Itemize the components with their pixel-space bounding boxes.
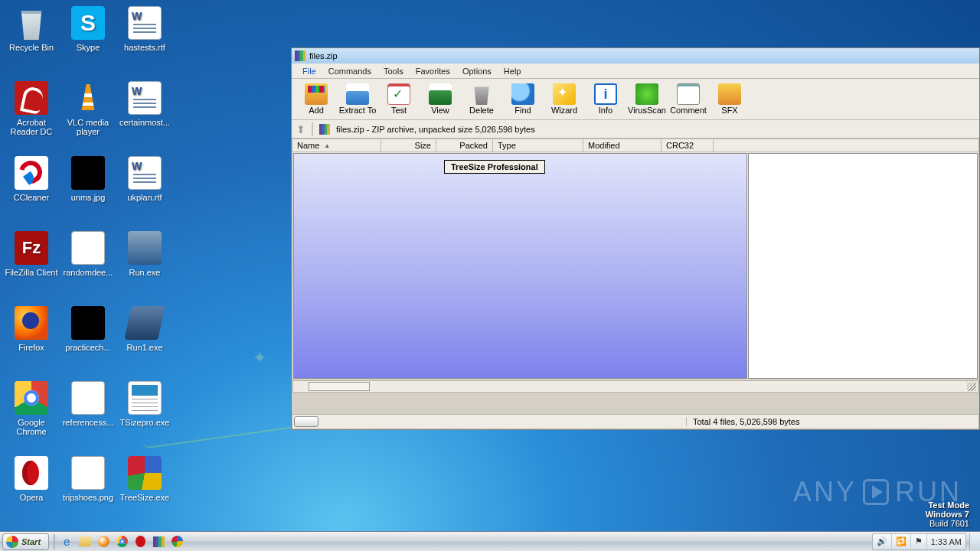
toolbar-wizard-button[interactable]: Wizard xyxy=(544,80,584,119)
col-name[interactable]: Name▲ xyxy=(292,139,381,152)
preview-pane xyxy=(748,153,978,379)
winrar-icon xyxy=(153,536,165,547)
tray-flag[interactable]: ⚑ xyxy=(911,534,927,549)
white-icon xyxy=(71,231,105,265)
menu-options[interactable]: Options xyxy=(456,65,498,77)
tray-volume[interactable]: 🔊 xyxy=(873,534,892,549)
desktop-icon-randomdee[interactable]: randomdee... xyxy=(60,228,116,303)
desktop-icon-recycle-bin[interactable]: Recycle Bin xyxy=(3,3,60,78)
filezilla-icon: Fz xyxy=(15,231,48,265)
toolbar-test-button[interactable]: Test xyxy=(379,80,419,119)
menu-favorites[interactable]: Favorites xyxy=(410,65,456,77)
comment-icon xyxy=(677,83,700,105)
taskbar-explorer[interactable] xyxy=(77,534,93,549)
toolbar-view-button[interactable]: View xyxy=(420,80,460,119)
vlc-icon xyxy=(71,81,105,115)
icon-label: Run.exe xyxy=(129,268,161,277)
taskbar: Start e 🔊 🔁 ⚑ 1:33 AM xyxy=(0,531,980,551)
desktop-icon-run1-exe[interactable]: Run1.exe xyxy=(116,303,173,378)
toolbar-label: Delete xyxy=(469,106,494,115)
menu-help[interactable]: Help xyxy=(498,65,528,77)
desktop-icon-tsizepro-exe[interactable]: TSizepro.exe xyxy=(116,378,173,453)
desktop-icon-practicech[interactable]: practicech... xyxy=(60,303,116,378)
volume-icon: 🔊 xyxy=(877,536,887,546)
taskbar-chrome[interactable] xyxy=(113,534,130,549)
delete-icon xyxy=(470,83,493,105)
desktop-icon-run-exe[interactable]: Run.exe xyxy=(116,228,173,303)
toolbar-extract-to-button[interactable]: Extract To xyxy=(338,80,377,119)
tray-clock[interactable]: 1:33 AM xyxy=(927,534,965,549)
cc-icon xyxy=(15,156,48,190)
toolbar-label: SFX xyxy=(721,106,737,115)
disk-icon[interactable] xyxy=(294,416,318,427)
file-list[interactable]: TreeSize Professional xyxy=(293,153,747,379)
col-packed[interactable]: Packed xyxy=(436,139,493,152)
network-icon: 🔁 xyxy=(896,536,906,546)
desktop-icon-skype[interactable]: SSkype xyxy=(60,3,116,78)
info-icon: i xyxy=(594,83,617,105)
desktop-icon-opera[interactable]: Opera xyxy=(3,453,60,528)
desktop-icon-tripshoes-png[interactable]: tripshoes.png xyxy=(60,453,116,528)
pathbar: ⬆ files.zip - ZIP archive, unpacked size… xyxy=(292,120,979,139)
black-icon xyxy=(71,156,105,190)
col-size[interactable]: Size xyxy=(381,139,436,152)
build-info: Test Mode Windows 7 Build 7601 xyxy=(926,500,969,528)
splash-screen: TreeSize Professional xyxy=(444,160,545,174)
icon-label: CCleaner xyxy=(14,193,49,202)
resize-grip-icon[interactable] xyxy=(967,382,976,391)
titlebar[interactable]: files.zip xyxy=(292,48,979,64)
chrome-icon xyxy=(15,381,48,415)
toolbar-info-button[interactable]: iInfo xyxy=(586,80,626,119)
col-modified[interactable]: Modified xyxy=(583,139,662,152)
opera-icon xyxy=(15,456,48,490)
taskbar-ie[interactable]: e xyxy=(58,534,75,549)
desktop-icon-certainmost[interactable]: certainmost... xyxy=(116,78,173,153)
toolbar-label: Extract To xyxy=(339,106,377,115)
word-icon xyxy=(128,81,162,115)
col-type[interactable]: Type xyxy=(493,139,583,152)
content-area: TreeSize Professional xyxy=(292,152,979,380)
toolbar-sfx-button[interactable]: SFX xyxy=(710,80,750,119)
taskbar-wmp[interactable] xyxy=(95,534,112,549)
icon-label: Run1.exe xyxy=(126,343,162,352)
desktop-icon-hastests-rtf[interactable]: hastests.rtf xyxy=(116,3,173,78)
tree-icon xyxy=(128,456,162,490)
menu-file[interactable]: File xyxy=(296,65,322,77)
icon-label: Firefox xyxy=(18,343,44,352)
col-crc[interactable]: CRC32 xyxy=(662,139,714,152)
desktop-icon-firefox[interactable]: Firefox xyxy=(3,303,60,378)
firefox-icon xyxy=(15,306,48,340)
desktop-icon-ccleaner[interactable]: CCleaner xyxy=(3,153,60,228)
menu-commands[interactable]: Commands xyxy=(322,65,377,77)
desktop-icon-acrobat-reader-dc[interactable]: Acrobat Reader DC xyxy=(3,78,60,153)
up-icon[interactable]: ⬆ xyxy=(296,123,305,135)
menu-tools[interactable]: Tools xyxy=(377,65,410,77)
desktop-icon-filezilla-client[interactable]: FzFileZilla Client xyxy=(3,228,60,303)
window-title: files.zip xyxy=(309,51,338,60)
toolbar-find-button[interactable]: Find xyxy=(503,80,543,119)
show-desktop-button[interactable] xyxy=(969,533,980,550)
desktop-icons: Recycle BinSSkypehastests.rtfAcrobat Rea… xyxy=(3,3,173,528)
progress-track xyxy=(309,382,370,391)
taskbar-treesize[interactable] xyxy=(168,534,185,549)
desktop-icon-vlc-media-player[interactable]: VLC media player xyxy=(60,78,116,153)
toolbar-delete-button[interactable]: Delete xyxy=(462,80,501,119)
taskbar-opera[interactable] xyxy=(132,534,149,549)
desktop-icon-referencess[interactable]: referencess... xyxy=(60,378,116,453)
taskbar-winrar[interactable] xyxy=(150,534,167,549)
toolbar-add-button[interactable]: Add xyxy=(296,80,336,119)
desktop-icon-google-chrome[interactable]: Google Chrome xyxy=(3,378,60,453)
tray-network[interactable]: 🔁 xyxy=(892,534,911,549)
desktop-icon-ukplan-rtf[interactable]: ukplan.rtf xyxy=(116,153,173,228)
desktop-icon-treesize-exe[interactable]: TreeSize.exe xyxy=(116,453,173,528)
sfx-icon xyxy=(718,83,741,105)
toolbar-comment-button[interactable]: Comment xyxy=(668,80,708,119)
virus-icon xyxy=(635,83,658,105)
archive-icon xyxy=(319,124,330,135)
toolbar-virusscan-button[interactable]: VirusScan xyxy=(627,80,667,119)
white-icon xyxy=(71,381,105,415)
desktop-icon-unms-jpg[interactable]: unms.jpg xyxy=(60,153,116,228)
toolbar-label: Add xyxy=(309,106,324,115)
start-button[interactable]: Start xyxy=(2,533,49,550)
aux-bar xyxy=(292,380,978,393)
